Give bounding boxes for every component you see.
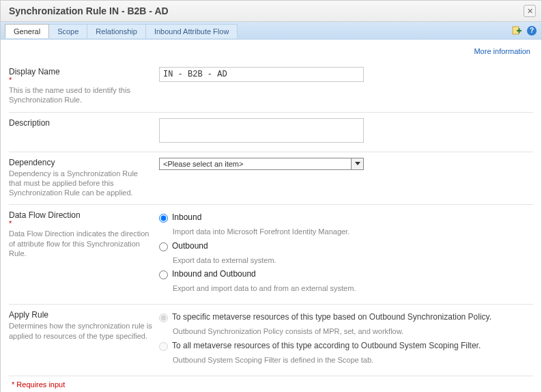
radio-inbound-sub: Import data into Microsoft Forefront Ide… bbox=[173, 227, 514, 236]
radio-apply-specific-sub: Outbound Synchronization Policy consists… bbox=[173, 326, 514, 336]
required-marker: * bbox=[9, 220, 152, 227]
apply-rule-label: Apply Rule bbox=[9, 310, 48, 320]
svg-rect-2 bbox=[519, 28, 520, 33]
radio-outbound-input[interactable] bbox=[159, 242, 168, 251]
radio-outbound-label: Outbound bbox=[172, 241, 208, 251]
requires-input-note: * Requires input bbox=[9, 376, 533, 390]
apply-rule-desc: Determines how the synchronization rule … bbox=[9, 321, 152, 341]
close-button[interactable]: ✕ bbox=[524, 5, 536, 17]
radio-apply-all-label: To all metaverse resources of this type … bbox=[172, 341, 481, 350]
tab-bar: General Scope Relationship Inbound Attri… bbox=[1, 22, 541, 40]
more-info-row: More information bbox=[9, 44, 533, 61]
window-title: Synchronization Rule IN - B2B - AD bbox=[9, 5, 169, 16]
tab-content: More information Display Name * This is … bbox=[1, 40, 541, 392]
tab-scope[interactable]: Scope bbox=[48, 24, 87, 38]
row-data-flow: Data Flow Direction * Data Flow Directio… bbox=[9, 205, 533, 305]
radio-inbound-input[interactable] bbox=[159, 214, 168, 223]
dependency-select-button[interactable] bbox=[351, 158, 363, 169]
display-name-desc: This is the name used to identify this S… bbox=[9, 85, 152, 105]
radio-apply-all-input bbox=[159, 342, 168, 351]
radio-inbound[interactable]: Inbound bbox=[159, 212, 514, 223]
radio-apply-specific: To specific metaverse resources of this … bbox=[159, 312, 514, 322]
tab-relationship[interactable]: Relationship bbox=[87, 24, 146, 38]
radio-both-label: Inbound and Outbound bbox=[172, 269, 256, 279]
radio-inbound-label: Inbound bbox=[172, 212, 201, 222]
radio-apply-all-sub: Outbound System Scoping Filter is define… bbox=[173, 355, 514, 365]
dependency-desc: Dependency is a Synchronization Rule tha… bbox=[9, 169, 152, 198]
chevron-down-icon bbox=[355, 162, 360, 165]
radio-apply-specific-input bbox=[159, 313, 168, 322]
titlebar: Synchronization Rule IN - B2B - AD ✕ bbox=[1, 1, 541, 22]
help-icon[interactable]: ? bbox=[526, 25, 537, 36]
close-icon: ✕ bbox=[527, 7, 533, 16]
data-flow-label: Data Flow Direction bbox=[9, 210, 81, 220]
description-input[interactable] bbox=[159, 118, 364, 143]
more-information-link[interactable]: More information bbox=[474, 47, 530, 55]
new-item-icon[interactable] bbox=[511, 25, 522, 36]
tab-general[interactable]: General bbox=[5, 24, 49, 38]
radio-both[interactable]: Inbound and Outbound bbox=[159, 269, 514, 279]
data-flow-desc: Data Flow Direction indicates the direct… bbox=[9, 229, 152, 258]
dependency-label: Dependency bbox=[9, 158, 55, 167]
dependency-select-text: <Please select an item> bbox=[160, 158, 351, 169]
dependency-select[interactable]: <Please select an item> bbox=[159, 158, 364, 170]
row-description: Description bbox=[9, 113, 533, 152]
radio-apply-all: To all metaverse resources of this type … bbox=[159, 341, 514, 351]
radio-outbound[interactable]: Outbound bbox=[159, 241, 514, 251]
radio-apply-specific-label: To specific metaverse resources of this … bbox=[172, 312, 491, 322]
display-name-label: Display Name bbox=[9, 67, 60, 76]
radio-both-input[interactable] bbox=[159, 270, 168, 279]
dialog: Synchronization Rule IN - B2B - AD ✕ Gen… bbox=[0, 0, 542, 392]
required-marker: * bbox=[9, 76, 152, 84]
radio-outbound-sub: Export data to external system. bbox=[173, 255, 514, 265]
description-label: Description bbox=[9, 118, 50, 128]
radio-both-sub: Export and import data to and from an ex… bbox=[173, 283, 514, 293]
row-apply-rule: Apply Rule Determines how the synchroniz… bbox=[9, 305, 533, 376]
row-dependency: Dependency Dependency is a Synchronizati… bbox=[9, 152, 533, 206]
row-display-name: Display Name * This is the name used to … bbox=[9, 61, 533, 113]
tab-inbound-attribute-flow[interactable]: Inbound Attribute Flow bbox=[145, 24, 238, 38]
display-name-input[interactable] bbox=[159, 67, 364, 82]
